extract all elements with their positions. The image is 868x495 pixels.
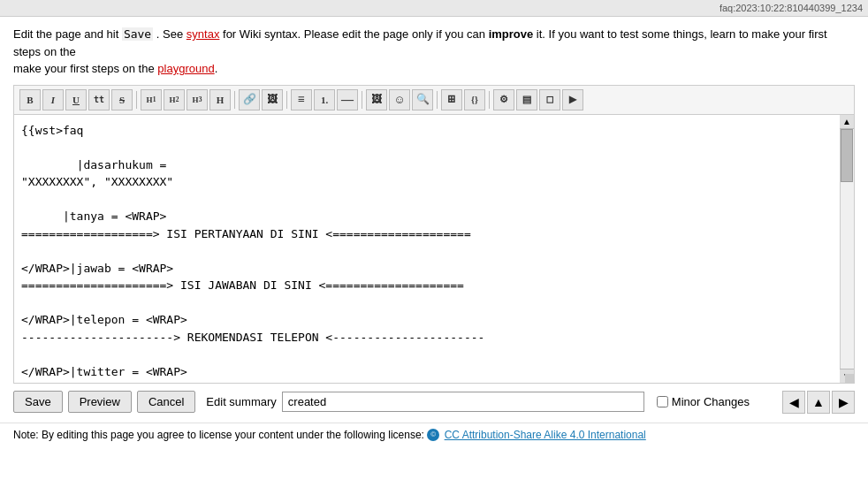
table-button[interactable]: ⊞	[441, 89, 462, 110]
plugin3-button[interactable]: ◻	[539, 89, 560, 110]
editor-textarea[interactable]: {{wst>faq |dasarhukum = "XXXXXXXX", "XXX…	[14, 115, 840, 380]
media-button[interactable]: 🖼	[262, 89, 283, 110]
cancel-button[interactable]: Cancel	[137, 391, 195, 413]
h1-button[interactable]: H1	[141, 89, 162, 110]
toolbar-sep-3	[286, 91, 287, 109]
info-make-steps: make your first steps on the	[13, 62, 157, 75]
top-bar: faq:2023:10:22:810440399_1234	[0, 0, 868, 17]
underline-button[interactable]: U	[65, 89, 87, 110]
bold-button[interactable]: B	[19, 89, 41, 110]
minor-changes-checkbox[interactable]	[657, 396, 668, 407]
strikethrough-button[interactable]: S	[111, 89, 133, 110]
ulist-button[interactable]: ≡	[291, 89, 312, 110]
toolbar-sep-6	[489, 91, 490, 109]
toolbar-sep-1	[136, 91, 137, 109]
scroll-thumb[interactable]	[841, 129, 853, 182]
info-after-save: . See	[156, 27, 183, 41]
olist-button[interactable]: 1.	[314, 89, 335, 110]
scrollbar-track[interactable]: ▲ ▼	[840, 115, 854, 383]
bottom-controls: Save Preview Cancel Edit summary Minor C…	[0, 384, 868, 421]
monospace-button[interactable]: tt	[88, 89, 110, 110]
smiley-button[interactable]: ☺	[389, 89, 410, 110]
editor-toolbar: B I U tt S H1 H2 H3 H 🔗 🖼 ≡ 1. — 🖼 ☺ 🔍 ⊞…	[13, 85, 855, 114]
nav-prev-button[interactable]: ◀	[782, 391, 805, 414]
cc-icon: ©	[427, 429, 439, 441]
edit-summary-input[interactable]	[282, 392, 644, 412]
hr-button[interactable]: —	[337, 89, 358, 110]
page-id: faq:2023:10:22:810440399_1234	[720, 3, 863, 13]
nav-next-button[interactable]: ▶	[832, 391, 855, 414]
note-label: Note: By editing this page you agree to …	[13, 429, 424, 441]
code-button[interactable]: {}	[464, 89, 485, 110]
edit-summary-label: Edit summary	[206, 395, 276, 408]
save-button[interactable]: Save	[13, 391, 63, 413]
italic-button[interactable]: I	[42, 89, 64, 110]
note-text: Note: By editing this page you agree to …	[0, 423, 868, 451]
toolbar-sep-4	[362, 91, 362, 109]
nav-arrows: ◀ ▲ ▶	[782, 391, 855, 414]
editor-container: {{wst>faq |dasarhukum = "XXXXXXXX", "XXX…	[13, 114, 855, 384]
playground-dot: .	[215, 62, 218, 75]
playground-link[interactable]: playground	[157, 62, 214, 75]
info-after-syntax: for Wiki syntax. Please edit the page on…	[223, 27, 485, 41]
info-text: Edit the page and hit Save . See syntax …	[0, 17, 868, 85]
h2-button[interactable]: H2	[164, 89, 185, 110]
plugin2-button[interactable]: ▤	[516, 89, 537, 110]
syntax-link[interactable]: syntax	[187, 27, 220, 41]
improve-text: improve	[489, 27, 534, 41]
minor-changes-text: Minor Changes	[672, 395, 750, 408]
minor-changes-label: Minor Changes	[657, 395, 750, 408]
image-button[interactable]: 🖼	[366, 89, 387, 110]
plugin1-button[interactable]: ⚙	[493, 89, 514, 110]
link-button[interactable]: 🔗	[239, 89, 260, 110]
save-code: Save	[122, 27, 153, 41]
cc-license-link[interactable]: CC Attribution-Share Alike 4.0 Internati…	[445, 429, 646, 441]
toolbar-sep-2	[234, 91, 235, 109]
nav-up-button[interactable]: ▲	[807, 391, 830, 414]
search-button[interactable]: 🔍	[412, 89, 433, 110]
h4-button[interactable]: H	[209, 89, 231, 110]
info-before-save: Edit the page and hit	[13, 27, 118, 41]
resize-handle[interactable]	[845, 374, 854, 383]
preview-button[interactable]: Preview	[68, 391, 132, 413]
h3-button[interactable]: H3	[187, 89, 208, 110]
scroll-up-arrow[interactable]: ▲	[840, 115, 854, 129]
toolbar-sep-5	[437, 91, 438, 109]
plugin4-button[interactable]: ▶	[562, 89, 583, 110]
